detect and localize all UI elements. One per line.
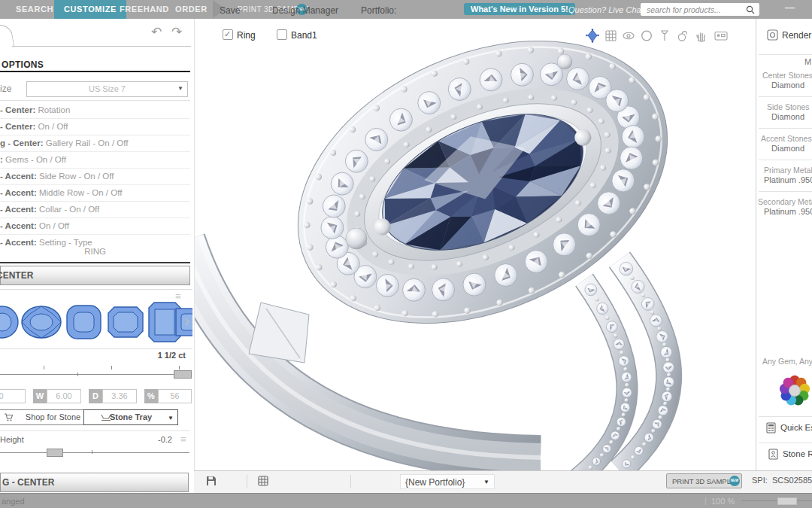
- calculator-icon: [766, 422, 776, 433]
- secondary-metal-label: Secondary Meta: [758, 197, 812, 206]
- percent-field[interactable]: 56: [158, 389, 192, 403]
- design-manager-icon[interactable]: [258, 476, 268, 486]
- option-row-middle-row[interactable]: - Accent: Middle Row - On / Off: [0, 184, 190, 201]
- portfolio-label: Portfolio:: [361, 5, 396, 16]
- redo-icon[interactable]: ↷: [171, 24, 182, 40]
- pan-hand-icon[interactable]: [697, 33, 704, 41]
- ring-side-view-icon[interactable]: [623, 32, 634, 38]
- top-bar: SEARCH CUSTOMIZE FREEHAND ORDER PRINT 3D…: [0, 0, 812, 20]
- ring-layer-checkbox[interactable]: ✓: [223, 29, 233, 40]
- primary-metal-value[interactable]: Platinum .950: [764, 175, 812, 184]
- whats-new-button[interactable]: What's New in Version 5!: [464, 3, 575, 15]
- depth-field-label: D: [89, 389, 102, 403]
- divider: [350, 475, 351, 488]
- section-divider-dark: [0, 262, 190, 263]
- option-row-center-rotation[interactable]: - Center: Rotation: [0, 102, 190, 118]
- option-row-collar[interactable]: - Accent: Collar - On / Off: [0, 201, 190, 217]
- new-badge: NEW: [729, 476, 740, 486]
- gem-color-wheel-icon[interactable]: [777, 373, 812, 409]
- center-stones-value[interactable]: Diamond: [771, 81, 804, 90]
- primary-metal-label: Primary Metal: [764, 166, 812, 175]
- ring-size-dropdown[interactable]: US Size 7 ▼: [26, 81, 188, 97]
- height-menu-icon[interactable]: ≡: [180, 433, 186, 445]
- option-row-gallery-rail[interactable]: g - Center: Gallery Rail - On / Off: [0, 135, 190, 151]
- divider: [759, 160, 812, 160]
- height-slider-handle[interactable]: [47, 449, 63, 457]
- option-row-center-onoff[interactable]: - Center: On / Off: [0, 118, 190, 135]
- accent-stones-label: Accent Stones: [761, 134, 812, 143]
- divider: [759, 191, 812, 192]
- tab-order[interactable]: ORDER: [165, 0, 217, 19]
- band1-layer-checkbox[interactable]: [277, 29, 287, 40]
- status-divider: |: [704, 496, 707, 505]
- measure-card-icon[interactable]: [715, 32, 727, 41]
- ring-center-section-header[interactable]: G - CENTER: [0, 473, 189, 492]
- print-3d-sample-button[interactable]: PRINT 3D SAMPLE NEW: [666, 473, 742, 488]
- portfolio-dropdown[interactable]: {New Portfolio} ▼: [400, 474, 495, 489]
- side-stones-value[interactable]: Diamond: [771, 112, 804, 121]
- tab-baseline: [12, 46, 191, 47]
- chevron-down-icon: ▼: [168, 411, 174, 425]
- accent-stones-value[interactable]: Diamond: [771, 144, 804, 153]
- slider-tick: [179, 366, 180, 370]
- zoom-slider-handle[interactable]: [777, 497, 797, 505]
- width-field[interactable]: 6.00: [47, 389, 81, 403]
- ring-section-label: RING: [0, 247, 190, 256]
- undo-icon[interactable]: ↶: [151, 24, 162, 40]
- ring-3d-render[interactable]: [195, 23, 757, 470]
- carat-slider-handle[interactable]: [174, 370, 192, 379]
- option-row-accent-onoff[interactable]: - Accent: On / Off: [0, 217, 190, 234]
- height-slider-track[interactable]: [0, 452, 189, 453]
- live-chat-link[interactable]: Question? Live Chat: [568, 5, 644, 14]
- status-bar: anged | 100 %: [0, 493, 812, 508]
- stone-profile-view-icon[interactable]: [662, 31, 668, 41]
- chevron-down-icon: ▼: [177, 85, 183, 92]
- width-field-label: W: [33, 389, 47, 403]
- materials-header: M: [804, 57, 811, 66]
- center-section-header[interactable]: CENTER: [0, 266, 190, 285]
- finger-ring-view-icon[interactable]: [678, 32, 686, 41]
- gem-view-icon[interactable]: [586, 29, 599, 43]
- product-search: [641, 3, 759, 16]
- grid-view-icon[interactable]: [606, 31, 616, 41]
- divider: [759, 416, 812, 417]
- save-button[interactable]: Save: [220, 5, 240, 16]
- side-stones-label: Side Stones: [767, 102, 810, 111]
- any-gem-label: Any Gem, Any: [762, 357, 812, 366]
- shapes-next-icon[interactable]: ›: [184, 312, 189, 331]
- option-row-side-row[interactable]: - Accent: Side Row - On / Off: [0, 168, 190, 184]
- secondary-metal-value[interactable]: Platinum .950: [764, 207, 812, 216]
- design-manager-button[interactable]: Design Manager: [272, 5, 338, 16]
- divider: [759, 54, 812, 55]
- stone-shapes[interactable]: [0, 289, 192, 348]
- slider-center-mark: [77, 373, 78, 376]
- save-icon[interactable]: [206, 476, 217, 486]
- option-list: - Center: Rotation - Center: On / Off g …: [0, 102, 190, 251]
- divider: [759, 96, 812, 97]
- ring-front-view-icon[interactable]: [642, 31, 652, 41]
- slider-tick: [44, 366, 44, 370]
- check-icon: ✓: [224, 29, 231, 39]
- size-label: ize: [0, 84, 11, 94]
- divider: [0, 430, 190, 431]
- stone-tray-dropdown[interactable]: Stone Tray ▼: [83, 409, 178, 425]
- depth-field[interactable]: 3.36: [102, 389, 137, 403]
- minimize-icon[interactable]: —: [785, 2, 795, 13]
- option-row-gems-onoff[interactable]: : Gems - On / Off: [0, 151, 190, 168]
- chevron-down-icon: ▼: [483, 479, 489, 485]
- height-label: Height: [0, 435, 24, 444]
- center-stones-label: Center Stones: [762, 71, 812, 80]
- jewelry-designer-app: SEARCH CUSTOMIZE FREEHAND ORDER PRINT 3D…: [0, 0, 812, 508]
- divider: [247, 475, 247, 488]
- zoom-slider-track[interactable]: [741, 500, 812, 501]
- carat-label: 1 1/2 ct: [0, 351, 186, 360]
- status-message: anged: [2, 497, 25, 506]
- zoom-level: 100 %: [711, 497, 735, 506]
- height-value: -0.2: [154, 435, 172, 444]
- render-icon: [767, 29, 778, 41]
- search-input[interactable]: [645, 4, 743, 16]
- slider-center-mark: [92, 450, 92, 454]
- length-field[interactable]: 2.00: [0, 389, 26, 403]
- search-icon[interactable]: [746, 5, 755, 14]
- carat-slider-track[interactable]: [0, 374, 189, 375]
